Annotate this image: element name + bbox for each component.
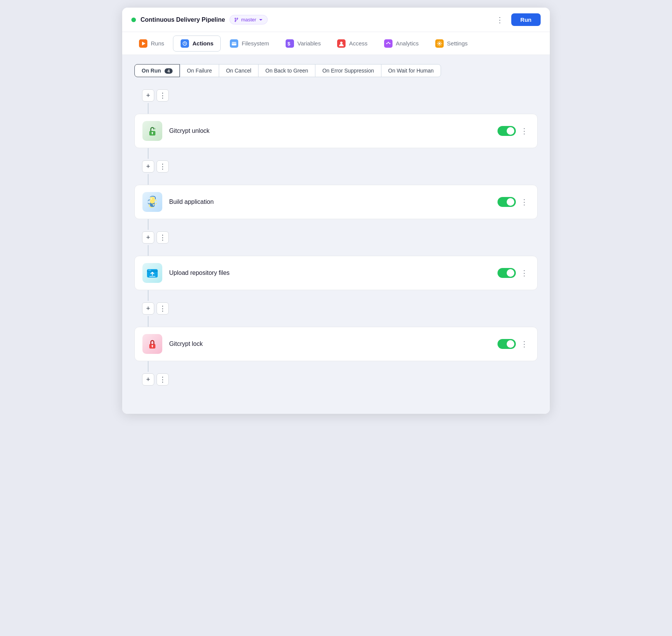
step-more-button-gitcrypt-lock[interactable]: ⋮	[519, 338, 530, 350]
svg-point-23	[151, 199, 152, 200]
connector-2	[148, 174, 149, 185]
connector-6	[148, 316, 149, 327]
branch-label: master	[241, 17, 256, 23]
connector-7	[148, 361, 149, 372]
sub-tab-on-cancel[interactable]: On Cancel	[219, 64, 258, 77]
step-options-button-0[interactable]: ⋮	[157, 89, 169, 102]
add-row-3: + ⋮	[142, 301, 169, 316]
sub-tab-on-run[interactable]: On Run 4	[134, 64, 180, 77]
toggle-build-application[interactable]	[498, 197, 516, 207]
svg-point-2	[237, 18, 238, 19]
step-card-gitcrypt-lock: Gitcrypt lock ⋮	[134, 327, 538, 361]
sub-tab-on-cancel-label: On Cancel	[226, 68, 251, 74]
gitcrypt-unlock-svg	[146, 124, 159, 137]
sub-tab-on-wait-for-human[interactable]: On Wait for Human	[381, 64, 441, 77]
header: Continuous Delivery Pipeline master ⋮ Ru…	[122, 8, 550, 32]
step-name-gitcrypt-unlock: Gitcrypt unlock	[169, 128, 491, 134]
step-options-button-4[interactable]: ⋮	[157, 373, 169, 386]
step-more-button-build[interactable]: ⋮	[519, 196, 530, 208]
chevron-down-icon	[258, 17, 263, 23]
step-icon-gitcrypt-unlock	[142, 121, 162, 141]
connector-0	[148, 103, 149, 114]
step-icon-upload	[142, 263, 162, 283]
pipeline-title: Continuous Delivery Pipeline	[141, 16, 225, 23]
toggle-gitcrypt-lock[interactable]	[498, 339, 516, 349]
tab-settings-label: Settings	[447, 40, 468, 47]
step-card-build-application: Build application ⋮	[134, 185, 538, 219]
tab-access[interactable]: Access	[330, 36, 375, 52]
sub-tab-on-wait-for-human-label: On Wait for Human	[388, 68, 434, 74]
connector-3	[148, 219, 149, 230]
header-left: Continuous Delivery Pipeline master	[131, 15, 268, 24]
add-row-4: + ⋮	[142, 372, 169, 387]
header-more-button[interactable]: ⋮	[493, 14, 507, 26]
on-run-badge: 4	[165, 68, 172, 74]
step-icon-build	[142, 192, 162, 212]
upload-svg	[145, 266, 159, 280]
toggle-upload-repository-files[interactable]	[498, 268, 516, 278]
settings-icon	[435, 39, 444, 48]
sub-tab-on-back-to-green[interactable]: On Back to Green	[258, 64, 315, 77]
tab-actions[interactable]: Actions	[173, 36, 221, 52]
svg-point-18	[438, 42, 440, 44]
step-card-gitcrypt-unlock: Gitcrypt unlock ⋮	[134, 114, 538, 148]
header-right: ⋮ Run	[493, 13, 541, 26]
content-area: On Run 4 On Failure On Cancel On Back to…	[122, 55, 550, 414]
step-actions-upload: ⋮	[498, 267, 530, 279]
tab-analytics[interactable]: Analytics	[376, 36, 426, 52]
svg-rect-28	[149, 276, 155, 277]
add-step-button-4[interactable]: +	[142, 373, 154, 386]
step-actions-build: ⋮	[498, 196, 530, 208]
connector-4	[148, 245, 149, 256]
svg-point-24	[153, 205, 154, 206]
tab-filesystem-label: Filesystem	[242, 40, 269, 47]
svg-rect-13	[384, 39, 393, 48]
gitcrypt-lock-svg	[146, 337, 159, 350]
step-name-upload-repository-files: Upload repository files	[169, 270, 491, 276]
runs-icon	[139, 39, 148, 48]
svg-point-1	[235, 21, 236, 22]
add-step-button-2[interactable]: +	[142, 231, 154, 244]
step-name-build-application: Build application	[169, 199, 491, 205]
tab-variables[interactable]: $ Variables	[278, 36, 328, 52]
sub-tab-on-failure[interactable]: On Failure	[180, 64, 219, 77]
step-more-button-upload[interactable]: ⋮	[519, 267, 530, 279]
step-actions-gitcrypt-lock: ⋮	[498, 338, 530, 350]
add-step-button-1[interactable]: +	[142, 160, 154, 173]
svg-rect-27	[148, 270, 151, 271]
add-step-button-3[interactable]: +	[142, 302, 154, 315]
svg-point-12	[340, 42, 342, 44]
tab-runs[interactable]: Runs	[131, 36, 171, 52]
tab-runs-label: Runs	[151, 40, 164, 47]
branch-badge[interactable]: master	[229, 15, 268, 24]
step-more-button-gitcrypt-unlock[interactable]: ⋮	[519, 125, 530, 137]
step-actions-gitcrypt-unlock: ⋮	[498, 125, 530, 137]
run-button[interactable]: Run	[511, 13, 541, 26]
variables-icon: $	[285, 39, 294, 48]
status-dot	[131, 18, 136, 22]
tab-filesystem[interactable]: Filesystem	[222, 36, 276, 52]
svg-text:$: $	[288, 41, 291, 47]
connector-5	[148, 290, 149, 301]
add-row-1: + ⋮	[142, 159, 169, 174]
add-step-button-0[interactable]: +	[142, 89, 154, 102]
sub-tab-on-failure-label: On Failure	[187, 68, 212, 74]
svg-rect-7	[232, 42, 236, 45]
analytics-icon	[384, 39, 393, 48]
step-options-button-3[interactable]: ⋮	[157, 302, 169, 315]
step-card-upload-repository-files: Upload repository files ⋮	[134, 256, 538, 290]
sub-tabs: On Run 4 On Failure On Cancel On Back to…	[134, 64, 538, 77]
tab-access-label: Access	[349, 40, 367, 47]
actions-icon	[180, 39, 189, 48]
step-options-button-1[interactable]: ⋮	[157, 160, 169, 173]
toggle-gitcrypt-unlock[interactable]	[498, 126, 516, 136]
step-options-button-2[interactable]: ⋮	[157, 231, 169, 244]
step-icon-gitcrypt-lock	[142, 334, 162, 354]
branch-icon	[234, 17, 239, 23]
svg-rect-32	[152, 346, 153, 347]
filesystem-icon	[229, 39, 239, 48]
tab-settings[interactable]: Settings	[428, 36, 475, 52]
connector-1	[148, 148, 149, 159]
sub-tab-on-error-suppression[interactable]: On Error Suppression	[315, 64, 381, 77]
sub-tab-on-back-to-green-label: On Back to Green	[265, 68, 308, 74]
